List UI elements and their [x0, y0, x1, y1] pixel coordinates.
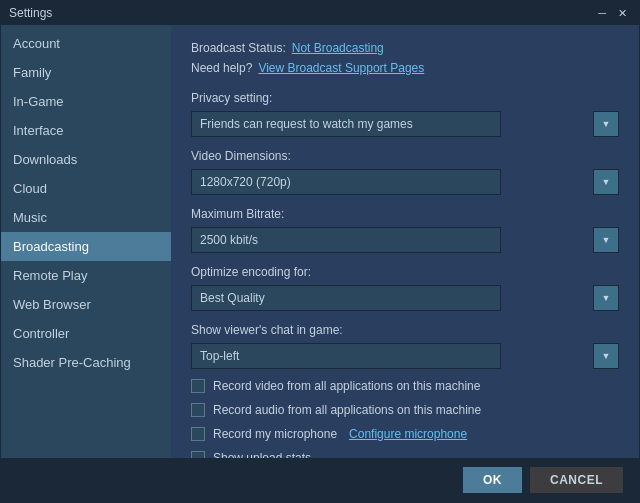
max-bitrate-select-wrapper: 2500 kbit/s5000 kbit/s1000 kbit/s500 kbi… [191, 227, 619, 253]
sidebar-item-interface[interactable]: Interface [1, 116, 171, 145]
sidebar-item-web-browser[interactable]: Web Browser [1, 290, 171, 319]
close-button[interactable]: ✕ [614, 7, 631, 20]
sidebar-item-shader-pre-caching[interactable]: Shader Pre-Caching [1, 348, 171, 377]
sidebar-item-in-game[interactable]: In-Game [1, 87, 171, 116]
optimize-select[interactable]: Best QualityFastest EncodingBalanced [191, 285, 501, 311]
help-link[interactable]: View Broadcast Support Pages [258, 61, 424, 75]
checkbox-show-upload[interactable] [191, 451, 205, 458]
cancel-button[interactable]: CANCEL [530, 467, 623, 493]
viewer-chat-select[interactable]: Top-leftTop-rightBottom-leftBottom-right… [191, 343, 501, 369]
checkbox-row-record-video: Record video from all applications on th… [191, 379, 619, 393]
settings-window: Settings ─ ✕ AccountFamilyIn-GameInterfa… [0, 0, 640, 503]
optimize-label: Optimize encoding for: [191, 265, 619, 279]
optimize-select-arrow [593, 285, 619, 311]
sidebar-item-account[interactable]: Account [1, 29, 171, 58]
broadcast-status-row: Broadcast Status: Not Broadcasting [191, 41, 619, 55]
checkbox-row-record-microphone: Record my microphoneConfigure microphone [191, 427, 619, 441]
broadcast-status-label: Broadcast Status: [191, 41, 286, 55]
privacy-setting-label: Privacy setting: [191, 91, 619, 105]
main-panel: Broadcast Status: Not Broadcasting Need … [171, 25, 639, 458]
window-title: Settings [9, 6, 52, 20]
checkbox-record-audio[interactable] [191, 403, 205, 417]
checkbox-label-record-microphone: Record my microphone [213, 427, 337, 441]
checkbox-record-microphone[interactable] [191, 427, 205, 441]
checkbox-record-video[interactable] [191, 379, 205, 393]
checkbox-label-record-video: Record video from all applications on th… [213, 379, 480, 393]
ok-button[interactable]: OK [463, 467, 522, 493]
max-bitrate-select-arrow [593, 227, 619, 253]
max-bitrate-label: Maximum Bitrate: [191, 207, 619, 221]
help-label: Need help? [191, 61, 252, 75]
privacy-select[interactable]: Friends can request to watch my gamesAny… [191, 111, 501, 137]
sidebar-item-broadcasting[interactable]: Broadcasting [1, 232, 171, 261]
viewer-chat-select-arrow [593, 343, 619, 369]
checkboxes-container: Record video from all applications on th… [191, 379, 619, 458]
viewer-chat-select-wrapper: Top-leftTop-rightBottom-leftBottom-right… [191, 343, 619, 369]
optimize-select-wrapper: Best QualityFastest EncodingBalanced [191, 285, 619, 311]
main-content: AccountFamilyIn-GameInterfaceDownloadsCl… [1, 25, 639, 458]
video-dimensions-select-wrapper: 1280x720 (720p)1920x1080 (1080p)854x480 … [191, 169, 619, 195]
sidebar-item-music[interactable]: Music [1, 203, 171, 232]
video-dimensions-select-arrow [593, 169, 619, 195]
sidebar-item-family[interactable]: Family [1, 58, 171, 87]
video-dimensions-label: Video Dimensions: [191, 149, 619, 163]
checkbox-label-record-audio: Record audio from all applications on th… [213, 403, 481, 417]
broadcast-status-value[interactable]: Not Broadcasting [292, 41, 384, 55]
title-bar-controls: ─ ✕ [594, 7, 631, 20]
checkbox-row-show-upload: Show upload stats [191, 451, 619, 458]
minimize-button[interactable]: ─ [594, 7, 610, 20]
sidebar-item-controller[interactable]: Controller [1, 319, 171, 348]
help-row: Need help? View Broadcast Support Pages [191, 61, 619, 75]
privacy-select-wrapper: Friends can request to watch my gamesAny… [191, 111, 619, 137]
viewer-chat-label: Show viewer's chat in game: [191, 323, 619, 337]
sidebar: AccountFamilyIn-GameInterfaceDownloadsCl… [1, 25, 171, 458]
footer: OK CANCEL [1, 458, 639, 502]
privacy-select-arrow [593, 111, 619, 137]
configure-microphone-link[interactable]: Configure microphone [349, 427, 467, 441]
sidebar-item-cloud[interactable]: Cloud [1, 174, 171, 203]
sidebar-item-remote-play[interactable]: Remote Play [1, 261, 171, 290]
checkbox-label-show-upload: Show upload stats [213, 451, 311, 458]
sidebar-item-downloads[interactable]: Downloads [1, 145, 171, 174]
max-bitrate-select[interactable]: 2500 kbit/s5000 kbit/s1000 kbit/s500 kbi… [191, 227, 501, 253]
title-bar: Settings ─ ✕ [1, 1, 639, 25]
video-dimensions-select[interactable]: 1280x720 (720p)1920x1080 (1080p)854x480 … [191, 169, 501, 195]
checkbox-row-record-audio: Record audio from all applications on th… [191, 403, 619, 417]
